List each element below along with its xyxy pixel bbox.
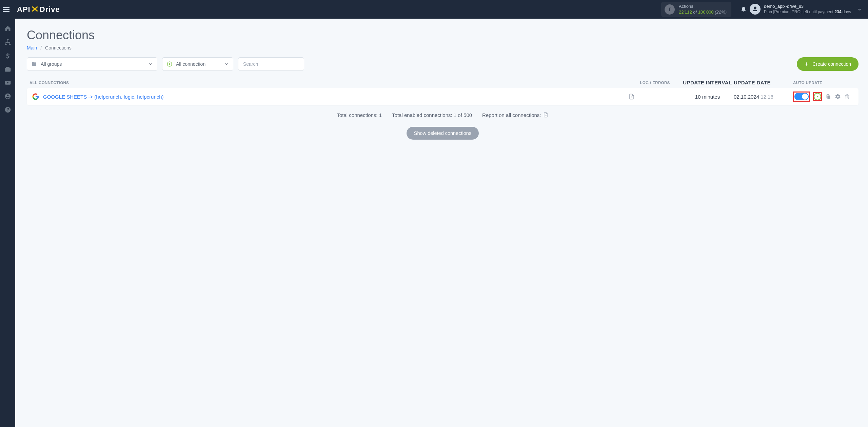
- col-header-interval: UPDATE INTERVAL: [681, 80, 734, 85]
- left-nav: [0, 19, 15, 153]
- nav-home-icon[interactable]: [0, 22, 15, 35]
- breadcrumb-current: Connections: [45, 45, 72, 50]
- copy-icon[interactable]: [825, 94, 832, 100]
- chevron-down-icon: [224, 62, 229, 66]
- create-connection-label: Create connection: [812, 61, 851, 67]
- auto-update-toggle[interactable]: [794, 93, 809, 100]
- chevron-down-icon: [148, 62, 153, 66]
- user-menu-chevron-icon[interactable]: [857, 7, 862, 12]
- auto-update-toggle-highlight: [793, 92, 810, 102]
- nav-toolbox-icon[interactable]: [0, 63, 15, 76]
- actions-usage-box[interactable]: i Actions: 22'112 of 100'000 (22%): [661, 2, 731, 17]
- col-header-date: UPDATE DATE: [734, 80, 793, 85]
- menu-toggle[interactable]: [3, 5, 12, 14]
- app-logo[interactable]: API ✕ Drive: [17, 4, 60, 15]
- create-connection-button[interactable]: Create connection: [797, 57, 859, 71]
- nav-connections-icon[interactable]: [0, 36, 15, 48]
- user-info-text: demo_apix-drive_s3 Plan |Premium PRO| le…: [764, 4, 851, 15]
- nav-help-icon[interactable]: [0, 103, 15, 116]
- gear-icon[interactable]: [834, 94, 841, 100]
- breadcrumb-sep: /: [40, 45, 42, 50]
- row-interval: 10 minutes: [681, 94, 734, 100]
- summary-row: Total connections: 1 Total enabled conne…: [27, 112, 859, 118]
- svg-rect-0: [7, 39, 8, 40]
- search-input[interactable]: [238, 57, 304, 71]
- run-now-button[interactable]: [814, 93, 821, 100]
- groups-select-label: All groups: [41, 61, 62, 67]
- report-file-icon[interactable]: [543, 112, 549, 118]
- col-header-auto: AUTO UPDATE: [793, 81, 856, 85]
- col-header-name: ALL CONNECTIONS: [29, 81, 629, 85]
- total-enabled-text: Total enabled connections: 1 of 500: [392, 112, 472, 118]
- table-header: ALL CONNECTIONS LOG / ERRORS UPDATE INTE…: [27, 80, 859, 85]
- row-date: 02.10.2024 12:16: [734, 94, 793, 100]
- run-now-highlight: [813, 92, 822, 101]
- svg-rect-2: [9, 44, 11, 45]
- connection-name-link[interactable]: GOOGLE SHEETS -> (helpcrunch, logic, hel…: [43, 94, 164, 100]
- user-avatar-icon: [750, 4, 761, 15]
- page-title: Connections: [27, 28, 859, 42]
- svg-rect-11: [827, 96, 830, 99]
- table-row: GOOGLE SHEETS -> (helpcrunch, logic, hel…: [27, 88, 859, 105]
- actions-usage-text: Actions: 22'112 of 100'000 (22%): [679, 4, 727, 15]
- plus-icon: [804, 62, 809, 66]
- connection-status-select[interactable]: All connection: [162, 57, 233, 71]
- log-file-icon[interactable]: [629, 93, 681, 100]
- top-header: API ✕ Drive i Actions: 22'112 of 100'000…: [0, 0, 868, 19]
- connection-select-label: All connection: [176, 61, 205, 67]
- main-content: Connections Main / Connections All group…: [15, 19, 868, 153]
- total-connections-text: Total connections: 1: [337, 112, 382, 118]
- nav-video-icon[interactable]: [0, 76, 15, 89]
- col-header-log: LOG / ERRORS: [629, 81, 681, 85]
- notifications-icon[interactable]: [737, 3, 750, 16]
- google-icon: [32, 93, 39, 100]
- info-icon: i: [665, 4, 675, 15]
- nav-billing-icon[interactable]: [0, 49, 15, 62]
- show-deleted-button[interactable]: Show deleted connections: [407, 127, 479, 140]
- nav-account-icon[interactable]: [0, 90, 15, 103]
- breadcrumb: Main / Connections: [27, 45, 859, 50]
- trash-icon[interactable]: [844, 94, 851, 100]
- folder-icon: [31, 61, 37, 67]
- report-all-label: Report on all connections:: [482, 112, 548, 118]
- play-circle-icon: [166, 61, 173, 67]
- svg-rect-1: [5, 44, 6, 45]
- groups-select[interactable]: All groups: [27, 57, 157, 71]
- breadcrumb-main-link[interactable]: Main: [27, 45, 37, 50]
- filters-row: All groups All connection Create connec: [27, 57, 859, 71]
- user-menu[interactable]: demo_apix-drive_s3 Plan |Premium PRO| le…: [750, 4, 851, 15]
